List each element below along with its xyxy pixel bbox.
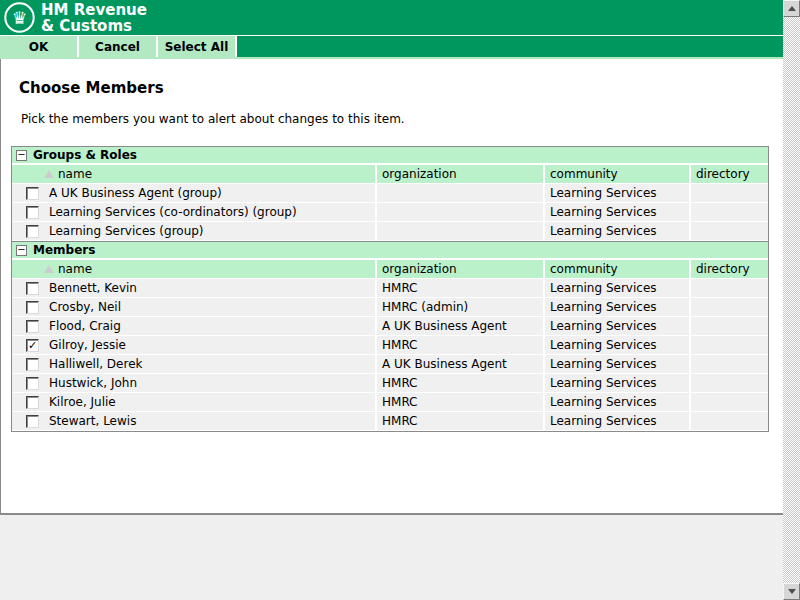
member-community: Learning Services bbox=[543, 412, 689, 430]
column-label: name bbox=[58, 167, 92, 181]
checkbox-cell bbox=[12, 279, 42, 297]
row-checkbox[interactable] bbox=[26, 225, 39, 238]
row-checkbox[interactable]: ✓ bbox=[26, 339, 39, 352]
section-header[interactable]: − Groups & Roles bbox=[12, 147, 768, 165]
section-header[interactable]: − Members bbox=[12, 242, 768, 260]
checkbox-cell bbox=[12, 184, 42, 202]
member-name: Bennett, Kevin bbox=[42, 279, 375, 297]
member-directory bbox=[689, 222, 768, 240]
member-community: Learning Services bbox=[543, 279, 689, 297]
row-checkbox[interactable] bbox=[26, 282, 39, 295]
row-checkbox[interactable] bbox=[26, 377, 39, 390]
member-community: Learning Services bbox=[543, 184, 689, 202]
row-checkbox[interactable] bbox=[26, 358, 39, 371]
bottom-gutter bbox=[0, 515, 783, 600]
member-directory bbox=[689, 184, 768, 202]
row-checkbox[interactable] bbox=[26, 187, 39, 200]
member-community: Learning Services bbox=[543, 336, 689, 354]
member-name: Hustwick, John bbox=[42, 374, 375, 392]
member-organization: HMRC bbox=[375, 374, 543, 392]
member-name: A UK Business Agent (group) bbox=[42, 184, 375, 202]
column-label: organization bbox=[382, 262, 457, 276]
column-header-row: name organization community directory bbox=[12, 260, 768, 279]
member-organization: HMRC bbox=[375, 393, 543, 411]
member-organization bbox=[375, 222, 543, 240]
member-organization: HMRC bbox=[375, 336, 543, 354]
member-row: ✓ Gilroy, Jessie HMRC Learning Services bbox=[12, 336, 768, 355]
column-header-name[interactable]: name bbox=[42, 165, 375, 183]
member-directory bbox=[689, 355, 768, 373]
member-organization: HMRC (admin) bbox=[375, 298, 543, 316]
member-row: Crosby, Neil HMRC (admin) Learning Servi… bbox=[12, 298, 768, 317]
checkbox-cell bbox=[12, 298, 42, 316]
member-row: Halliwell, Derek A UK Business Agent Lea… bbox=[12, 355, 768, 374]
column-label: name bbox=[58, 262, 92, 276]
row-checkbox[interactable] bbox=[26, 396, 39, 409]
column-header-directory[interactable]: directory bbox=[689, 165, 768, 183]
member-name: Learning Services (co-ordinators) (group… bbox=[42, 203, 375, 221]
column-header-community[interactable]: community bbox=[543, 165, 689, 183]
member-row: Hustwick, John HMRC Learning Services bbox=[12, 374, 768, 393]
member-directory bbox=[689, 298, 768, 316]
scroll-down-button[interactable] bbox=[783, 583, 800, 600]
column-header-community[interactable]: community bbox=[543, 260, 689, 278]
toolbar-spacer bbox=[237, 36, 783, 57]
member-name: Kilroe, Julie bbox=[42, 393, 375, 411]
member-organization: A UK Business Agent bbox=[375, 317, 543, 335]
row-checkbox[interactable] bbox=[26, 320, 39, 333]
member-organization bbox=[375, 184, 543, 202]
member-name: Gilroy, Jessie bbox=[42, 336, 375, 354]
member-row: Bennett, Kevin HMRC Learning Services bbox=[12, 279, 768, 298]
column-header-organization[interactable]: organization bbox=[375, 165, 543, 183]
cancel-button[interactable]: Cancel bbox=[79, 36, 158, 57]
collapse-icon[interactable]: − bbox=[16, 150, 27, 161]
row-checkbox[interactable] bbox=[26, 415, 39, 428]
scroll-down-icon bbox=[788, 589, 796, 594]
row-checkbox[interactable] bbox=[26, 301, 39, 314]
member-name: Flood, Craig bbox=[42, 317, 375, 335]
sort-ascending-icon bbox=[44, 265, 54, 273]
column-label: community bbox=[550, 167, 618, 181]
member-directory bbox=[689, 412, 768, 430]
column-header-directory[interactable]: directory bbox=[689, 260, 768, 278]
table-section: − Members name organization community di… bbox=[12, 241, 768, 431]
column-header-checkbox-spacer bbox=[12, 260, 42, 278]
table-section: − Groups & Roles name organization commu… bbox=[12, 147, 768, 241]
member-directory bbox=[689, 279, 768, 297]
section-title: Members bbox=[33, 243, 95, 257]
member-name: Crosby, Neil bbox=[42, 298, 375, 316]
sort-ascending-icon bbox=[44, 170, 54, 178]
section-title: Groups & Roles bbox=[33, 148, 137, 162]
member-community: Learning Services bbox=[543, 203, 689, 221]
svg-text:♛: ♛ bbox=[12, 8, 28, 28]
ok-button[interactable]: OK bbox=[0, 36, 79, 57]
vertical-scrollbar[interactable] bbox=[783, 0, 800, 600]
brand-title: HM Revenue & Customs bbox=[41, 2, 147, 34]
member-row: Learning Services (co-ordinators) (group… bbox=[12, 203, 768, 222]
checkbox-cell bbox=[12, 317, 42, 335]
member-organization: HMRC bbox=[375, 279, 543, 297]
member-organization bbox=[375, 203, 543, 221]
scrollbar-track[interactable] bbox=[783, 17, 800, 583]
member-name: Learning Services (group) bbox=[42, 222, 375, 240]
scroll-up-button[interactable] bbox=[783, 0, 800, 17]
member-community: Learning Services bbox=[543, 355, 689, 373]
page-title: Choose Members bbox=[19, 79, 783, 97]
column-header-checkbox-spacer bbox=[12, 165, 42, 183]
checkbox-cell: ✓ bbox=[12, 336, 42, 354]
select-all-button[interactable]: Select All bbox=[158, 36, 237, 57]
toolbar: OK Cancel Select All bbox=[0, 36, 783, 57]
member-directory bbox=[689, 374, 768, 392]
row-checkbox[interactable] bbox=[26, 206, 39, 219]
checkbox-cell bbox=[12, 374, 42, 392]
column-label: directory bbox=[696, 167, 750, 181]
column-header-name[interactable]: name bbox=[42, 260, 375, 278]
member-community: Learning Services bbox=[543, 374, 689, 392]
brand-title-line1: HM Revenue bbox=[41, 2, 147, 18]
main-pane: ♛ HM Revenue & Customs OK Cancel Select … bbox=[0, 0, 783, 600]
member-name: Halliwell, Derek bbox=[42, 355, 375, 373]
member-row: Learning Services (group) Learning Servi… bbox=[12, 222, 768, 241]
collapse-icon[interactable]: − bbox=[16, 245, 27, 256]
column-header-organization[interactable]: organization bbox=[375, 260, 543, 278]
brand-title-line2: & Customs bbox=[41, 18, 147, 34]
